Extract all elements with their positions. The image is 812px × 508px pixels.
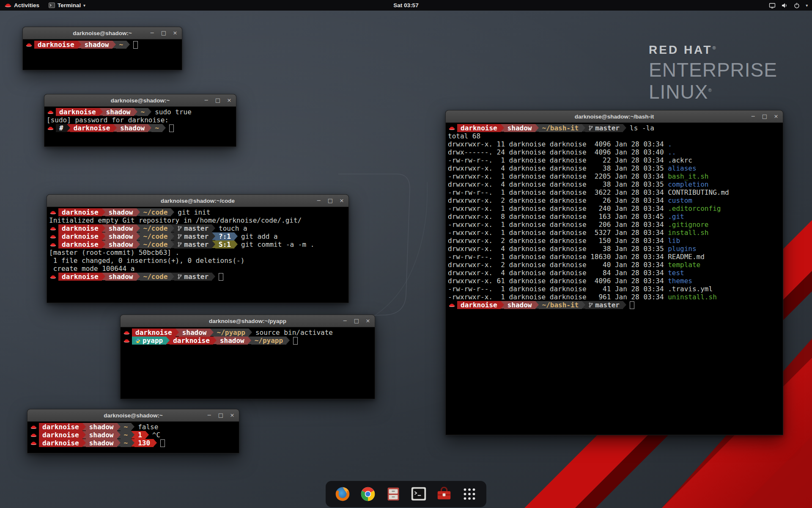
terminal-line: [master (root-commit) 50bcb63] .	[49, 248, 347, 257]
terminal-body[interactable]: darknoiseshadow~/codegit initInitialized…	[47, 207, 348, 303]
terminal-cursor	[219, 273, 223, 281]
minimize-button[interactable]: −	[203, 97, 209, 103]
window-titlebar[interactable]: darknoise@shadow:~/bash-it−□×	[446, 110, 783, 123]
terminal-line: #darknoiseshadow~	[47, 124, 234, 132]
prompt-venv-segment: pyapp	[132, 337, 166, 345]
terminal-body[interactable]: darknoiseshadow~falsedarknoiseshadow~1^C…	[27, 422, 239, 453]
powerline-separator-icon	[102, 232, 105, 240]
terminal-text: .gitignore	[668, 221, 708, 229]
minimize-button[interactable]: −	[206, 412, 212, 418]
window-title: darknoise@shadow:~	[104, 412, 163, 419]
dock-item-terminal[interactable]	[409, 484, 429, 504]
powerline-separator-icon	[162, 124, 166, 132]
terminal-window[interactable]: darknoise@shadow:~/code−□×darknoiseshado…	[47, 194, 349, 303]
minimize-button[interactable]: −	[149, 30, 155, 36]
redhat-logo-icon	[5, 3, 11, 8]
close-button[interactable]: ×	[172, 30, 178, 36]
powerline-separator-icon	[171, 273, 174, 280]
brand-line-3: LINUX®	[649, 82, 777, 102]
volume-icon	[781, 2, 788, 9]
powerline-separator-icon	[623, 301, 626, 309]
show-apps-grid-icon	[461, 485, 478, 503]
branch-icon	[589, 302, 593, 308]
terminal-text: [sudo] password for darknoise:	[47, 116, 169, 124]
terminal-body[interactable]: darknoiseshadow~sudo true[sudo] password…	[44, 107, 236, 147]
powerline-separator-icon	[249, 329, 252, 336]
terminal-body[interactable]: darknoiseshadow~/pyappsource bin/activat…	[121, 327, 375, 399]
maximize-button[interactable]: □	[161, 30, 167, 36]
terminal-cursor	[160, 439, 165, 447]
clock[interactable]: Sat 03:57	[393, 0, 418, 11]
powerline-separator-icon	[212, 224, 215, 232]
minimize-button[interactable]: −	[750, 113, 756, 119]
minimize-button[interactable]: −	[342, 318, 348, 324]
terminal-text: plugins	[668, 245, 696, 253]
minimize-button[interactable]: −	[316, 198, 322, 204]
maximize-button[interactable]: □	[762, 113, 768, 119]
powerline-separator-icon	[102, 208, 105, 216]
terminal-body[interactable]: darknoiseshadow~	[23, 39, 182, 70]
terminal-text: drwxrwxr-x. 8 darknoise darknoise 163 Ja…	[448, 213, 668, 221]
window-titlebar[interactable]: darknoise@shadow:~−□×	[27, 409, 239, 422]
dock-item-files[interactable]	[383, 484, 403, 504]
prompt-host-segment: shadow	[105, 208, 137, 216]
terminal-line: darknoiseshadow~/codemastertouch a	[49, 224, 347, 232]
display-icon	[769, 2, 776, 9]
terminal-text: drwxrwxr-x. 61 darknoise darknoise 4096 …	[448, 277, 668, 285]
close-button[interactable]: ×	[773, 113, 779, 119]
powerline-separator-icon	[137, 232, 140, 240]
window-titlebar[interactable]: darknoise@shadow:~−□×	[44, 94, 236, 107]
dock-item-software[interactable]	[434, 484, 454, 504]
activities-button[interactable]: Activities	[0, 0, 44, 11]
dock-item-chrome[interactable]	[358, 484, 378, 504]
powerline-separator-icon	[171, 224, 174, 232]
terminal-text: bash_it.sh	[668, 172, 708, 180]
close-button[interactable]: ×	[339, 198, 345, 204]
terminal-text: CONTRIBUTING.md	[668, 188, 729, 196]
redhat-icon	[30, 433, 37, 437]
terminal-line: drwxrwxr-x. 4 darknoise darknoise 84 Jan…	[448, 269, 781, 277]
terminal-window[interactable]: darknoise@shadow:~/bash-it−□×darknoisesh…	[445, 110, 783, 435]
powerline-separator-icon	[212, 273, 215, 280]
prompt-user-segment: darknoise	[39, 423, 82, 431]
maximize-button[interactable]: □	[327, 198, 333, 204]
prompt-host-segment: shadow	[105, 224, 137, 232]
terminal-window[interactable]: darknoise@shadow:~/pyapp−□×darknoiseshad…	[120, 315, 375, 399]
maximize-button[interactable]: □	[218, 412, 224, 418]
prompt-path-segment: ~/code	[140, 232, 171, 240]
window-titlebar[interactable]: darknoise@shadow:~/code−□×	[47, 195, 348, 207]
system-status-area[interactable]: ▾	[769, 0, 812, 11]
app-menu-terminal[interactable]: Terminal ▾	[44, 0, 90, 11]
power-icon	[793, 2, 800, 9]
maximize-button[interactable]: □	[354, 318, 359, 324]
maximize-button[interactable]: □	[215, 97, 221, 103]
window-titlebar[interactable]: darknoise@shadow:~−□×	[23, 27, 182, 39]
terminal-window[interactable]: darknoise@shadow:~−□×darknoiseshadow~fal…	[27, 409, 239, 453]
dock-item-firefox[interactable]	[332, 484, 353, 504]
branch-icon	[589, 125, 593, 131]
terminal-window[interactable]: darknoise@shadow:~−□×darknoiseshadow~sud…	[44, 94, 236, 147]
terminal-line: darknoiseshadow~/bash-itmaster	[448, 301, 781, 309]
redhat-icon	[50, 243, 56, 247]
terminal-text: drwxrwxr-x. 2 darknoise darknoise 26 Jan…	[448, 196, 668, 204]
terminal-text: lib	[668, 237, 680, 245]
chevron-down-icon: ▾	[806, 3, 808, 8]
prompt-host-segment: shadow	[179, 329, 210, 337]
terminal-line: drwxrwxr-x. 4 darknoise darknoise 38 Jan…	[448, 245, 781, 253]
powerline-separator-icon	[154, 439, 157, 447]
close-button[interactable]: ×	[226, 97, 232, 103]
terminal-body[interactable]: darknoiseshadow~/bash-itmasterls -latota…	[446, 123, 783, 435]
dock-item-show-apps[interactable]	[459, 484, 480, 504]
close-button[interactable]: ×	[229, 412, 235, 418]
powerline-separator-icon	[117, 439, 121, 447]
powerline-separator-icon	[582, 124, 585, 132]
prompt-user-segment: darknoise	[58, 232, 102, 240]
terminal-window[interactable]: darknoise@shadow:~−□×darknoiseshadow~	[22, 27, 182, 70]
firefox-icon	[334, 485, 351, 503]
terminal-text: .git	[668, 213, 684, 221]
terminal-text: sudo true	[155, 108, 192, 116]
window-titlebar[interactable]: darknoise@shadow:~/pyapp−□×	[121, 315, 375, 327]
branch-icon	[178, 226, 182, 231]
close-button[interactable]: ×	[365, 318, 371, 324]
prompt-user-segment: darknoise	[58, 273, 102, 281]
